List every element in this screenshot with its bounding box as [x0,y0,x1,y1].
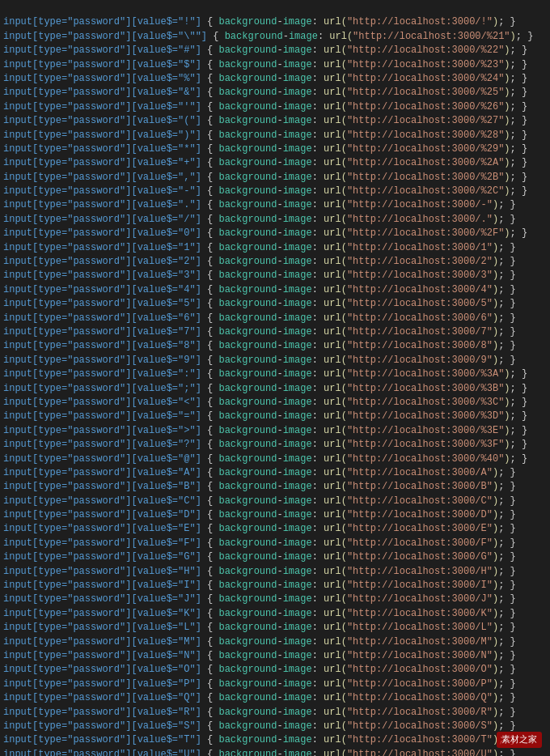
code-line: input[type="password"][value$="K"] { bac… [0,607,550,621]
css-property: background [218,565,277,579]
watermark: 素材之家 [497,732,542,748]
css-selector: input[type="password"][value$="D"] [3,508,201,522]
css-property-dash: - [277,241,282,255]
close-brace: } [516,424,527,438]
css-selector: input[type="password"][value$="H"] [3,565,201,579]
css-url-close: ) [504,185,510,198]
css-url-close: ) [504,114,510,128]
css-property: background [218,396,277,410]
css-property-suffix: image [283,171,312,185]
css-property: background [218,269,277,282]
css-property: background [218,480,277,494]
open-brace: { [201,565,219,579]
css-url-close: ) [493,522,498,536]
css-url-value: "http://localhost:3000/%25" [347,86,504,100]
css-url-value: "http://localhost:3000/3" [347,269,493,282]
close-brace: } [504,522,515,536]
open-brace: { [201,114,219,128]
css-colon: : [312,367,324,381]
css-semi: ; [498,241,504,255]
css-colon: : [312,241,324,255]
css-semi: ; [510,452,516,466]
css-colon: : [312,579,324,592]
css-url-close: ) [504,396,510,410]
css-property-suffix: image [283,621,312,635]
css-url-close: ) [493,466,498,480]
css-property-dash: - [277,565,282,579]
css-colon: : [312,354,324,367]
css-url-close: ) [493,550,498,564]
css-property-dash: - [277,269,282,282]
code-line: input[type="password"][value$="%"] { bac… [0,72,550,86]
css-property-dash: - [277,522,282,536]
code-view: input[type="password"][value$="!"] { bac… [0,0,550,756]
css-url-value: "http://localhost:3000/6" [347,312,493,325]
css-property-suffix: image [283,396,312,410]
css-url-close: ) [504,86,510,100]
css-url-value: "http://localhost:3000/%29" [347,142,504,156]
open-brace: { [201,100,219,114]
css-property-suffix: image [283,297,312,311]
css-property: background [218,677,277,691]
close-brace: } [504,480,515,494]
css-property-dash: - [277,15,282,29]
css-selector: input[type="password"][value$=","] [3,171,201,185]
css-property: background [218,100,277,114]
open-brace: { [201,677,219,691]
code-line: input[type="password"][value$="*"] { bac… [0,142,550,156]
css-property: background [218,592,277,606]
open-brace: { [201,396,219,410]
css-property-suffix: image [283,706,312,720]
close-brace: } [504,508,515,522]
code-line: input[type="password"][value$="A"] { bac… [0,466,550,480]
css-url-value: "http://localhost:3000/C" [347,495,493,508]
css-property-dash: - [277,720,282,733]
open-brace: { [201,466,219,480]
css-property-suffix: image [283,269,312,282]
css-url-close: ) [493,495,498,508]
open-brace: { [201,579,219,592]
close-brace: } [516,142,527,156]
css-semi: ; [498,495,504,508]
css-url-func: url( [324,325,347,339]
css-property: background [218,495,277,508]
close-brace: } [516,129,527,142]
css-url-close: ) [493,706,498,720]
css-url-value: "http://localhost:3000/4" [347,283,493,297]
css-property: background [218,367,277,381]
css-colon: : [312,565,324,579]
css-property: background [218,283,277,297]
css-url-value: "http://localhost:3000/H" [347,565,493,579]
css-property-dash: - [277,312,282,325]
css-property-suffix: image [283,607,312,621]
open-brace: { [201,438,219,452]
css-semi: ; [498,325,504,339]
css-url-close: ) [504,72,510,86]
css-property: background [225,30,283,44]
open-brace: { [201,480,219,494]
open-brace: { [201,227,219,240]
css-property: background [218,297,277,311]
css-property-suffix: image [283,677,312,691]
css-property-suffix: image [283,72,312,86]
code-line: input[type="password"][value$="3"] { bac… [0,269,550,282]
open-brace: { [201,241,219,255]
css-colon: : [312,100,324,114]
css-selector: input[type="password"][value$="="] [3,410,201,423]
css-property-suffix: image [283,592,312,606]
code-line: input[type="password"][value$="Q"] { bac… [0,691,550,705]
css-property: background [218,579,277,592]
css-url-value: "http://localhost:3000/%2B" [347,171,504,185]
code-line: input[type="password"][value$="G"] { bac… [0,550,550,564]
close-brace: } [516,452,527,466]
css-property-dash: - [277,58,282,72]
css-selector: input[type="password"][value$="<"] [3,396,201,410]
css-url-func: url( [324,185,347,198]
css-property-suffix: image [283,720,312,733]
css-semi: ; [498,691,504,705]
open-brace: { [201,156,219,170]
css-semi: ; [498,649,504,663]
css-url-value: "http://localhost:3000/9" [347,354,493,367]
code-line: input[type="password"][value$="B"] { bac… [0,480,550,494]
css-url-close: ) [493,592,498,606]
